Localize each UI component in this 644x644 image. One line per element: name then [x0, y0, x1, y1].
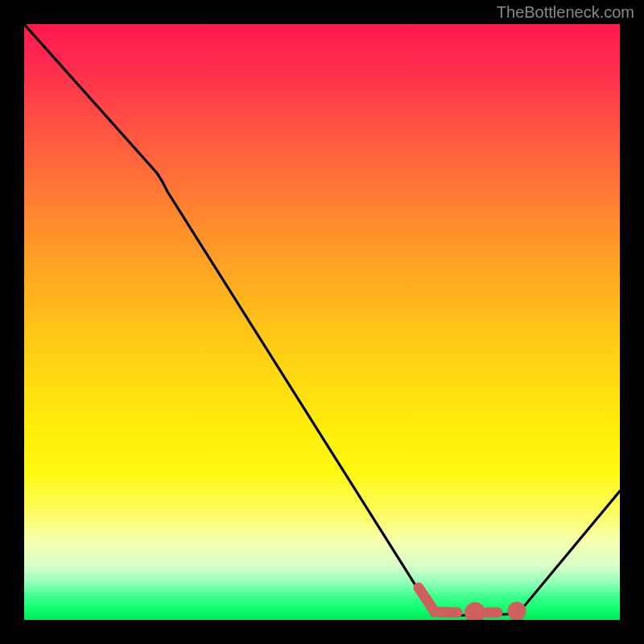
- chart-svg: [24, 24, 620, 620]
- svg-point-0: [470, 608, 481, 618]
- bottleneck-curve-line: [24, 24, 620, 616]
- attribution-text: TheBottleneck.com: [497, 3, 634, 22]
- svg-point-1: [513, 607, 521, 615]
- chart-plot-area: [24, 24, 620, 620]
